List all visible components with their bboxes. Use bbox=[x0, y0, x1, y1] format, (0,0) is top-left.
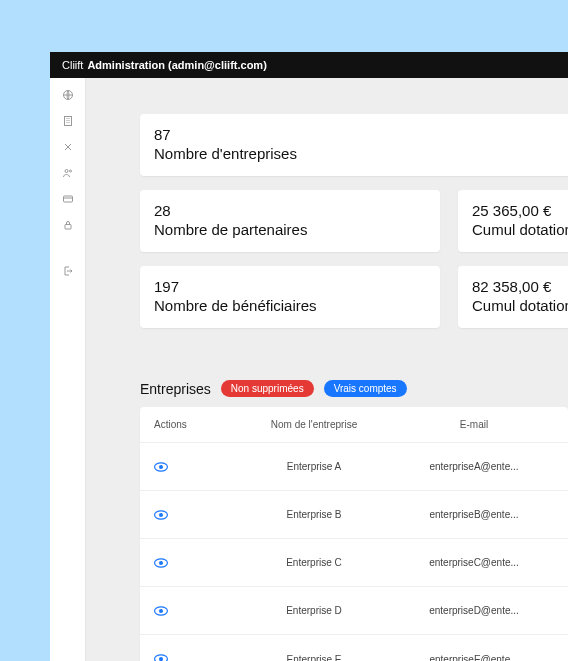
cell-actions bbox=[154, 556, 234, 570]
table-row: Enterprise D enterpriseD@ente... Zack bbox=[140, 587, 568, 635]
view-icon[interactable] bbox=[154, 508, 168, 522]
stat-card-enterprises: 87 Nombre d'entreprises bbox=[140, 114, 568, 176]
logout-icon[interactable] bbox=[61, 264, 75, 278]
tools-icon[interactable] bbox=[61, 140, 75, 154]
cell-firstname: John bbox=[554, 461, 568, 472]
stat-label: Cumul dotations bén bbox=[472, 297, 568, 314]
cell-name: Enterprise A bbox=[234, 461, 394, 472]
cell-email: enterpriseB@ente... bbox=[394, 509, 554, 520]
topbar-title: Administration (admin@cliift.com) bbox=[87, 59, 266, 71]
enterprises-table: Actions Nom de l'entreprise E-mail Préno… bbox=[140, 407, 568, 661]
cell-actions bbox=[154, 652, 234, 661]
svg-rect-4 bbox=[63, 196, 72, 202]
view-icon[interactable] bbox=[154, 460, 168, 474]
topbar: Cliift Administration (admin@cliift.com) bbox=[50, 52, 568, 78]
svg-point-13 bbox=[159, 608, 163, 612]
col-name: Nom de l'entreprise bbox=[234, 419, 394, 430]
cell-name: Enterprise B bbox=[234, 509, 394, 520]
stat-card-partners: 28 Nombre de partenaires bbox=[140, 190, 440, 252]
svg-point-7 bbox=[159, 464, 163, 468]
table-row: Enterprise B enterpriseB@ente... Michel bbox=[140, 491, 568, 539]
stat-card-beneficiaries: 197 Nombre de bénéficiaires bbox=[140, 266, 440, 328]
view-icon[interactable] bbox=[154, 556, 168, 570]
cell-actions bbox=[154, 508, 234, 522]
lock-icon[interactable] bbox=[61, 218, 75, 232]
cell-name: Enterprise D bbox=[234, 605, 394, 616]
stat-label: Nombre de bénéficiaires bbox=[154, 297, 426, 314]
svg-rect-5 bbox=[65, 225, 71, 230]
cell-email: enterpriseC@ente... bbox=[394, 557, 554, 568]
cell-actions bbox=[154, 604, 234, 618]
table-row: Enterprise A enterpriseA@ente... John bbox=[140, 443, 568, 491]
cell-email: enterpriseA@ente... bbox=[394, 461, 554, 472]
svg-rect-1 bbox=[64, 117, 71, 126]
body: 87 Nombre d'entreprises 28 Nombre de par… bbox=[50, 78, 568, 661]
cell-firstname: Michel bbox=[554, 509, 568, 520]
stat-label: Cumul dotations part bbox=[472, 221, 568, 238]
table-title: Entreprises bbox=[140, 381, 211, 397]
table-row: Enterprise C enterpriseC@ente... Jean bbox=[140, 539, 568, 587]
svg-point-3 bbox=[69, 170, 71, 172]
card-icon[interactable] bbox=[61, 192, 75, 206]
stat-card-benef-dotation: 82 358,00 € Cumul dotations bén bbox=[458, 266, 568, 328]
col-email: E-mail bbox=[394, 419, 554, 430]
filter-real-accounts[interactable]: Vrais comptes bbox=[324, 380, 407, 397]
globe-icon[interactable] bbox=[61, 88, 75, 102]
view-icon[interactable] bbox=[154, 604, 168, 618]
stat-label: Nombre de partenaires bbox=[154, 221, 426, 238]
cell-name: Enterprise E bbox=[234, 654, 394, 662]
svg-point-2 bbox=[65, 170, 68, 173]
svg-point-9 bbox=[159, 512, 163, 516]
cell-email: enterpriseE@ente... bbox=[394, 654, 554, 662]
col-actions: Actions bbox=[154, 419, 234, 430]
stat-label: Nombre d'entreprises bbox=[154, 145, 568, 162]
svg-point-11 bbox=[159, 560, 163, 564]
stat-value: 28 bbox=[154, 202, 426, 219]
cell-firstname: Mary bbox=[554, 654, 568, 662]
cell-email: enterpriseD@ente... bbox=[394, 605, 554, 616]
view-icon[interactable] bbox=[154, 652, 168, 661]
cell-name: Enterprise C bbox=[234, 557, 394, 568]
main-content: 87 Nombre d'entreprises 28 Nombre de par… bbox=[86, 78, 568, 661]
users-icon[interactable] bbox=[61, 166, 75, 180]
cell-firstname: Jean bbox=[554, 557, 568, 568]
stat-value: 82 358,00 € bbox=[472, 278, 568, 295]
brand-name: Cliift bbox=[62, 59, 83, 71]
svg-point-15 bbox=[159, 657, 163, 661]
filter-not-deleted[interactable]: Non supprimées bbox=[221, 380, 314, 397]
stat-card-partner-dotation: 25 365,00 € Cumul dotations part bbox=[458, 190, 568, 252]
building-icon[interactable] bbox=[61, 114, 75, 128]
app-frame: Cliift Administration (admin@cliift.com)… bbox=[50, 52, 568, 661]
table-header: Entreprises Non supprimées Vrais comptes bbox=[140, 380, 568, 397]
table-row: Enterprise E enterpriseE@ente... Mary bbox=[140, 635, 568, 661]
cell-firstname: Zack bbox=[554, 605, 568, 616]
table-head: Actions Nom de l'entreprise E-mail Préno… bbox=[140, 407, 568, 443]
cell-actions bbox=[154, 460, 234, 474]
stat-value: 87 bbox=[154, 126, 568, 143]
stat-value: 197 bbox=[154, 278, 426, 295]
sidebar bbox=[50, 78, 86, 661]
col-firstname: Prénom bbox=[554, 419, 568, 430]
stat-value: 25 365,00 € bbox=[472, 202, 568, 219]
